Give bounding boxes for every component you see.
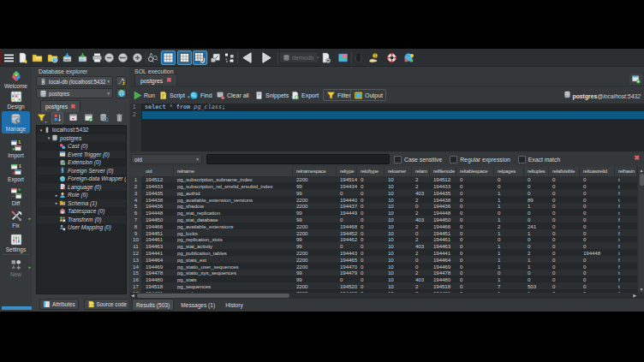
image-export-button[interactable] — [336, 50, 349, 65]
cell[interactable]: 10 — [385, 176, 412, 183]
cell[interactable]: 194478 — [142, 270, 174, 276]
cell[interactable]: f — [615, 189, 637, 196]
cell[interactable]: 0 — [456, 189, 494, 196]
cell[interactable]: 1 — [524, 229, 549, 236]
cell[interactable]: f — [615, 216, 637, 223]
cell[interactable]: pg_stat_activity — [174, 242, 293, 249]
cell[interactable]: 0 — [412, 256, 430, 263]
cell[interactable]: pg_publication_tables — [174, 249, 293, 256]
cell[interactable]: 0 — [549, 263, 580, 270]
cell[interactable]: 2 — [412, 282, 430, 289]
cell[interactable]: 0 — [412, 203, 430, 210]
page-grid-button[interactable] — [177, 50, 192, 65]
cell[interactable]: 10 — [385, 216, 412, 223]
filter-column-combo[interactable]: oid ▾ — [131, 154, 202, 164]
cell[interactable]: 403 — [412, 189, 430, 196]
cell[interactable]: 0 — [580, 229, 615, 236]
cell[interactable]: 194480 — [142, 276, 174, 282]
cell[interactable]: 0 — [580, 276, 615, 282]
tree-node-user-mapping-0[interactable]: User Mapping (0) — [37, 223, 126, 232]
cell[interactable]: 194450 — [430, 216, 456, 223]
cell[interactable]: 0 — [580, 216, 615, 223]
cell[interactable]: 99 — [293, 276, 337, 282]
cell[interactable]: 0 — [357, 216, 385, 223]
tree-node-extension-0[interactable]: Extension (0) — [37, 158, 126, 167]
cell[interactable]: 0 — [337, 216, 357, 223]
cell[interactable]: 0 — [357, 270, 385, 276]
cell[interactable]: 0 — [357, 189, 385, 196]
grid-visibility-button[interactable] — [161, 50, 176, 65]
cell[interactable]: pg_subscription_subname_index — [174, 176, 293, 183]
script-button[interactable]: Script▾ — [158, 89, 189, 101]
cell[interactable]: 0 — [580, 270, 615, 276]
model-combo[interactable]: demodb▾ — [279, 51, 319, 63]
cell[interactable]: 2 — [524, 249, 549, 256]
cell[interactable]: t — [615, 209, 637, 216]
column-header-relnamespace[interactable]: relnamespace — [293, 167, 337, 176]
support-button[interactable] — [385, 50, 398, 65]
cell[interactable]: 1 — [494, 276, 524, 282]
cell[interactable]: 194440 — [337, 196, 357, 203]
column-header-oid[interactable]: oid — [142, 167, 174, 176]
cell[interactable]: 194512 — [142, 176, 174, 183]
cell[interactable]: 0 — [456, 216, 494, 223]
cell[interactable]: 194448 — [430, 209, 456, 216]
cell[interactable]: f — [615, 256, 637, 263]
cell[interactable]: f — [615, 203, 637, 210]
cell[interactable]: 194466 — [430, 223, 456, 229]
cell[interactable]: 0 — [412, 229, 430, 236]
cell[interactable]: 0 — [456, 176, 494, 183]
cell[interactable]: t — [615, 270, 637, 276]
cell[interactable]: 1 — [494, 229, 524, 236]
cell[interactable]: 0 — [357, 229, 385, 236]
cell[interactable]: 2200 — [293, 249, 337, 256]
cell[interactable]: t — [615, 182, 637, 189]
zoom-normal-button[interactable] — [117, 50, 128, 65]
cell[interactable]: 0 — [580, 189, 615, 196]
cell[interactable]: 2 — [412, 209, 430, 216]
cell[interactable]: 194449 — [337, 209, 357, 216]
tree-node-schema-1[interactable]: ▸Schema (1) — [37, 199, 126, 208]
cell[interactable]: 194461 — [430, 236, 456, 243]
cell[interactable]: 194480 — [430, 276, 456, 282]
cell[interactable]: 2200 — [293, 223, 337, 229]
cell[interactable]: f — [615, 242, 637, 249]
cell[interactable]: 194448 — [580, 249, 615, 256]
cell[interactable]: 99 — [293, 216, 337, 223]
donate-button[interactable]: $ — [367, 50, 381, 65]
cell[interactable]: 2200 — [293, 263, 337, 270]
table-row[interactable]: 9194451pg_locks2200194452010019445101100… — [130, 229, 644, 236]
cell[interactable]: 2200 — [293, 176, 337, 183]
code-area[interactable]: select * from pg_class; — [142, 104, 644, 151]
cell[interactable]: 0 — [580, 196, 615, 203]
cell[interactable]: pg_stats — [174, 276, 293, 282]
cell[interactable]: 503 — [524, 282, 549, 289]
bug-report-button[interactable] — [353, 50, 364, 65]
new-model-button[interactable] — [16, 50, 29, 65]
cell[interactable]: 194464 — [142, 256, 174, 263]
cell[interactable]: 0 — [456, 276, 494, 282]
cell[interactable]: 99 — [293, 236, 337, 243]
cell[interactable]: 0 — [494, 236, 524, 243]
sql-editor[interactable]: 12 select * from pg_class; — [130, 104, 644, 151]
cell[interactable]: 403 — [412, 242, 430, 249]
cell[interactable]: 0 — [456, 263, 494, 270]
checkbox-regular-expression[interactable]: Regular expression — [450, 156, 510, 163]
cell[interactable]: 2 — [412, 176, 430, 183]
cell[interactable]: 194512 — [430, 176, 456, 183]
cell[interactable]: 0 — [357, 276, 385, 282]
filter-funnel-button[interactable]: ▾ — [36, 112, 48, 124]
cell[interactable]: 403 — [412, 216, 430, 223]
cell[interactable]: 10 — [385, 249, 412, 256]
cell[interactable]: 0 — [580, 256, 615, 263]
cell[interactable]: 0 — [357, 282, 385, 289]
cell[interactable]: 2200 — [293, 256, 337, 263]
cell[interactable]: 194438 — [142, 196, 174, 203]
cell[interactable]: pg_stat_replication — [174, 209, 293, 216]
cell[interactable]: 194452 — [337, 229, 357, 236]
cell[interactable]: 0 — [549, 229, 580, 236]
table-row[interactable]: 5194436pg_shadow220019443701001944360110… — [130, 203, 644, 210]
cell[interactable]: 194451 — [142, 229, 174, 236]
close-icon[interactable]: ✖ — [166, 77, 171, 84]
cell[interactable]: pg_subscription_rel_srrelid_srsubid_inde… — [174, 182, 293, 189]
